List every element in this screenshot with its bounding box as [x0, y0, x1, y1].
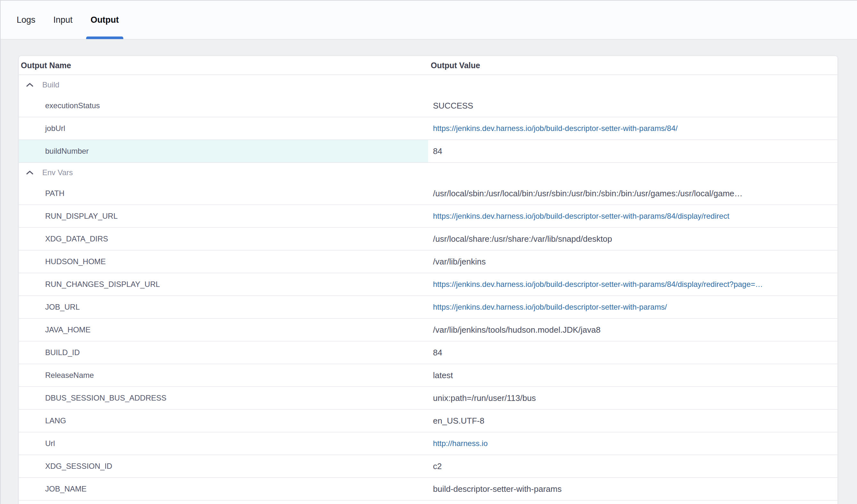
tab-output[interactable]: Output — [91, 1, 119, 39]
output-name-cell[interactable]: JOB_NAME — [19, 478, 428, 500]
chevron-up-icon[interactable] — [26, 82, 34, 87]
table-row: jobUrl https://jenkins.dev.harness.io/jo… — [19, 117, 838, 140]
output-value-text: 84 — [433, 348, 442, 358]
column-header-output-name: Output Name — [19, 61, 428, 70]
table-row: LANG en_US.UTF-8 — [19, 409, 838, 432]
chevron-up-icon[interactable] — [26, 170, 34, 175]
output-value-link[interactable]: https://jenkins.dev.harness.io/job/build… — [433, 303, 667, 312]
output-name-cell[interactable]: ReleaseName — [19, 364, 428, 386]
table-row: HUDSON_HOME /var/lib/jenkins — [19, 250, 838, 273]
output-value-cell: en_US.UTF-8 — [428, 409, 838, 432]
tab-logs[interactable]: Logs — [17, 1, 36, 39]
output-value-text: 84 — [433, 146, 442, 156]
output-name-cell[interactable]: XDG_DATA_DIRS — [19, 228, 428, 250]
output-value-cell: /var/lib/jenkins — [428, 250, 838, 273]
table-row: Url http://harness.io — [19, 432, 838, 455]
output-name-cell[interactable]: HUDSON_HOME — [19, 250, 428, 273]
table-row: BUILD_ID 84 — [19, 341, 838, 364]
output-name-cell[interactable]: JAVA_HOME — [19, 319, 428, 341]
output-value-text: en_US.UTF-8 — [433, 416, 484, 426]
output-value-link[interactable]: https://jenkins.dev.harness.io/job/build… — [433, 280, 763, 289]
table-row: PATH /usr/local/sbin:/usr/local/bin:/usr… — [19, 182, 838, 205]
table-header-row: Output Name Output Value — [19, 56, 838, 75]
output-value-text: c2 — [433, 461, 442, 471]
output-name-cell[interactable]: executionStatus — [19, 95, 428, 117]
output-tab-panel: Output Name Output Value Build execution… — [1, 39, 857, 504]
output-value-link[interactable]: http://harness.io — [433, 439, 488, 448]
output-name-cell[interactable]: RUN_DISPLAY_URL — [19, 205, 428, 228]
output-value-cell: /usr/local/share:/usr/share:/var/lib/sna… — [428, 228, 838, 250]
output-value-cell: 84 — [428, 140, 838, 162]
output-name-cell[interactable]: jobUrl — [19, 117, 428, 140]
output-value-text: /var/lib/jenkins — [433, 257, 486, 267]
table-row: executionStatus SUCCESS — [19, 95, 838, 117]
output-value-cell: https://jenkins.dev.harness.io/job/build… — [428, 296, 838, 318]
output-value-text: latest — [433, 370, 453, 381]
output-value-text: build-descriptor-setter-with-params — [433, 484, 562, 494]
table-row: XDG_SESSION_ID c2 — [19, 455, 838, 478]
table-row: JOB_NAME build-descriptor-setter-with-pa… — [19, 478, 838, 501]
output-value-cell: c2 — [428, 455, 838, 477]
table-row: JAVA_HOME /var/lib/jenkins/tools/hudson.… — [19, 319, 838, 341]
group-label: Env Vars — [42, 168, 73, 177]
tab-input[interactable]: Input — [53, 1, 73, 39]
output-value-text: /usr/local/sbin:/usr/local/bin:/usr/sbin… — [433, 189, 743, 199]
output-value-link[interactable]: https://jenkins.dev.harness.io/job/build… — [433, 124, 678, 133]
tab-bar: Logs Input Output — [1, 1, 857, 39]
output-value-text: SUCCESS — [433, 101, 473, 111]
group-header-row[interactable]: Build — [19, 75, 838, 95]
output-value-cell: SUCCESS — [428, 95, 838, 117]
output-value-cell: 84 — [428, 341, 838, 364]
table-row: buildNumber 84 — [19, 140, 838, 163]
output-value-text: unix:path=/run/user/113/bus — [433, 393, 536, 403]
table-row: JOB_URL https://jenkins.dev.harness.io/j… — [19, 296, 838, 319]
output-value-text: /usr/local/share:/usr/share:/var/lib/sna… — [433, 234, 612, 244]
output-name-cell[interactable]: PATH — [19, 182, 428, 205]
table-row: XDG_DATA_DIRS /usr/local/share:/usr/shar… — [19, 228, 838, 250]
output-value-cell: latest — [428, 364, 838, 386]
output-name-cell[interactable]: XDG_SESSION_ID — [19, 455, 428, 477]
tab-input-label: Input — [53, 15, 73, 25]
table-row: ReleaseName latest — [19, 364, 838, 387]
output-value-text: /var/lib/jenkins/tools/hudson.model.JDK/… — [433, 325, 601, 335]
tab-logs-label: Logs — [17, 15, 36, 25]
output-name-cell[interactable]: Url — [19, 432, 428, 455]
output-value-cell: https://jenkins.dev.harness.io/job/build… — [428, 205, 838, 228]
output-value-cell: https://jenkins.dev.harness.io/job/build… — [428, 273, 838, 296]
group-header-row[interactable]: Env Vars — [19, 163, 838, 182]
group-label: Build — [42, 80, 59, 89]
output-value-cell: http://harness.io — [428, 432, 838, 455]
output-name-cell[interactable]: JOB_URL — [19, 296, 428, 318]
output-value-cell: /var/lib/jenkins/tools/hudson.model.JDK/… — [428, 319, 838, 341]
table-row: RUN_DISPLAY_URL https://jenkins.dev.harn… — [19, 205, 838, 228]
column-header-output-value: Output Value — [428, 61, 838, 70]
output-name-cell[interactable]: DBUS_SESSION_BUS_ADDRESS — [19, 387, 428, 409]
output-name-cell[interactable]: BUILD_ID — [19, 341, 428, 364]
output-value-cell: /usr/local/sbin:/usr/local/bin:/usr/sbin… — [428, 182, 838, 205]
output-name-cell[interactable]: buildNumber — [19, 140, 428, 162]
active-tab-underline — [86, 36, 123, 39]
output-table-card: Output Name Output Value Build execution… — [19, 56, 838, 504]
table-row: RUN_CHANGES_DISPLAY_URL https://jenkins.… — [19, 273, 838, 296]
tab-output-label: Output — [91, 15, 119, 25]
output-value-link[interactable]: https://jenkins.dev.harness.io/job/build… — [433, 212, 729, 221]
table-body: Build executionStatus SUCCESS jobUrl htt… — [19, 75, 838, 501]
output-name-cell[interactable]: LANG — [19, 409, 428, 432]
output-value-cell: build-descriptor-setter-with-params — [428, 478, 838, 500]
output-name-cell[interactable]: RUN_CHANGES_DISPLAY_URL — [19, 273, 428, 296]
table-row: DBUS_SESSION_BUS_ADDRESS unix:path=/run/… — [19, 387, 838, 409]
output-value-cell: https://jenkins.dev.harness.io/job/build… — [428, 117, 838, 140]
output-value-cell: unix:path=/run/user/113/bus — [428, 387, 838, 409]
